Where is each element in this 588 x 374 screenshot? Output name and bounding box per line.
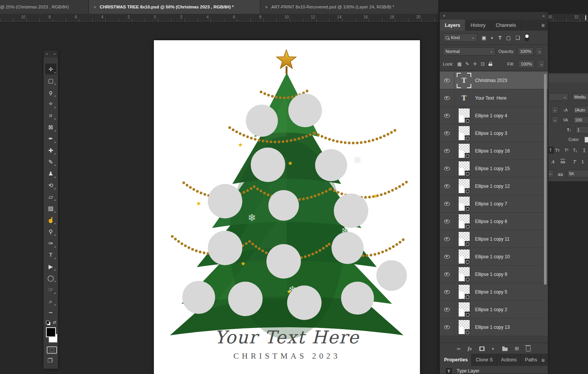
layer-thumbnail[interactable]	[457, 249, 470, 264]
edit-toolbar-button[interactable]: •••	[45, 307, 56, 318]
font-family-dropdown[interactable]: ⌄	[549, 93, 568, 101]
photo-placeholder-circle[interactable]	[208, 231, 242, 265]
layer-thumbnail[interactable]	[457, 108, 470, 123]
font-style-field[interactable]: Mediu	[572, 93, 588, 101]
photo-placeholder-circle[interactable]	[228, 282, 263, 316]
photo-placeholder-circle[interactable]	[334, 194, 368, 228]
panel-menu-icon[interactable]: ≡	[541, 20, 548, 31]
clone-stamp-tool[interactable]: ♟	[45, 168, 56, 179]
default-colors-icon[interactable]	[46, 321, 51, 325]
group-layers-button[interactable]	[502, 348, 508, 351]
type-style-button[interactable]: T̲	[581, 147, 588, 154]
layer-name[interactable]: Ellipse 1 copy 2	[475, 307, 507, 312]
opacity-chevron[interactable]: ⌄	[537, 47, 543, 56]
adjustment-layer-button[interactable]: ◐	[492, 346, 495, 351]
layer-row[interactable]: Ellipse 1 copy 5	[440, 283, 548, 301]
photo-placeholder-circle[interactable]	[315, 149, 347, 181]
photo-placeholder-circle[interactable]	[332, 232, 364, 264]
layer-thumbnail[interactable]	[457, 161, 470, 176]
panel-tab-layers[interactable]: Layers	[440, 20, 466, 31]
layer-thumbnail[interactable]	[457, 302, 470, 317]
layer-thumbnail[interactable]	[457, 231, 470, 247]
layer-visibility-toggle[interactable]	[440, 301, 454, 318]
antialias-field[interactable]: Sh	[567, 170, 588, 177]
layer-thumbnail[interactable]	[457, 143, 470, 159]
pen-tool[interactable]: ✑	[45, 238, 56, 249]
layer-thumbnail[interactable]	[457, 267, 470, 282]
lock-position-icon[interactable]: ✛	[473, 61, 477, 67]
layer-visibility-toggle[interactable]	[440, 125, 454, 142]
expand-icon[interactable]: »	[54, 52, 56, 56]
layer-thumbnail[interactable]	[457, 196, 470, 212]
layer-name[interactable]: Christmas 2023	[475, 78, 507, 83]
layer-visibility-toggle[interactable]	[440, 213, 454, 230]
frame-tool[interactable]: ⊠	[45, 122, 56, 133]
hand-tool[interactable]: ☞	[45, 284, 56, 295]
layer-visibility-toggle[interactable]	[440, 177, 454, 195]
layer-visibility-toggle[interactable]	[440, 195, 454, 212]
layer-thumbnail[interactable]: T	[457, 90, 470, 106]
delete-layer-button[interactable]	[526, 347, 531, 351]
layer-visibility-toggle[interactable]	[440, 248, 454, 265]
layer-name[interactable]: Ellipse 1 copy 7	[475, 201, 507, 207]
layer-visibility-toggle[interactable]	[440, 283, 454, 300]
dodge-tool[interactable]: ⚲	[45, 226, 56, 237]
layer-thumbnail[interactable]: T	[457, 73, 470, 88]
brush-tool[interactable]: ✎	[45, 156, 56, 167]
layer-visibility-toggle[interactable]	[440, 89, 454, 107]
panel-tab-clone-s[interactable]: Clone S	[472, 354, 497, 366]
close-tab-icon[interactable]: ×	[93, 5, 96, 10]
add-layer-mask-button[interactable]	[479, 346, 485, 351]
layer-row[interactable]: Ellipse 1 copy 10	[440, 248, 548, 266]
photo-placeholder-circle[interactable]	[376, 260, 407, 291]
lock-pixels-icon[interactable]: ✎	[466, 61, 469, 67]
panel-tab-paths[interactable]: Paths	[521, 354, 541, 366]
layer-row[interactable]: Ellipse 1 copy 13	[440, 318, 548, 336]
layer-row[interactable]: Ellipse 1 copy 15	[440, 160, 548, 177]
canvas-your-text[interactable]: Your Text Here	[154, 327, 420, 348]
screen-mode-button[interactable]: ❐	[47, 357, 52, 364]
layer-visibility-toggle[interactable]	[440, 160, 454, 177]
layer-visibility-toggle[interactable]	[440, 266, 454, 283]
filter-toggle-switch[interactable]	[525, 34, 529, 41]
document-tab[interactable]: ×ART-PRINT 8x10-Recovered.psd @ 100% (La…	[260, 0, 439, 14]
layer-visibility-toggle[interactable]	[440, 318, 454, 336]
magic-wand-tool[interactable]: ✧	[45, 98, 56, 109]
type-style-button[interactable]: T₁	[572, 147, 578, 154]
new-layer-button[interactable]: ⊞	[515, 346, 519, 351]
canvas-christmas-text[interactable]: CHRISTMAS 2023	[154, 351, 420, 361]
layer-name[interactable]: Ellipse 1 copy 3	[475, 131, 507, 136]
layer-visibility-toggle[interactable]	[440, 230, 454, 248]
fill-value[interactable]: 100%	[518, 60, 535, 68]
lock-artboard-icon[interactable]: ⊡	[481, 61, 485, 67]
panel-menu-icon[interactable]: ≡	[541, 354, 548, 366]
layer-thumbnail[interactable]	[457, 284, 470, 300]
pixel-layer-filter-icon[interactable]: ▣	[482, 35, 486, 40]
move-tool[interactable]: ✛	[45, 64, 56, 74]
layer-name[interactable]: Ellipse 1 copy 16	[475, 148, 510, 154]
layer-row[interactable]: Ellipse 1 copy 11	[440, 230, 548, 248]
layer-row[interactable]: Ellipse 1 copy 16	[440, 142, 548, 160]
opentype-button[interactable]: aa	[559, 158, 566, 165]
layer-name[interactable]: Ellipse 1 copy 15	[475, 166, 510, 171]
history-brush-tool[interactable]: ⟲	[45, 180, 56, 190]
adjustment-layer-filter-icon[interactable]: ◐	[491, 35, 494, 40]
panel-tab-properties[interactable]: Properties	[440, 354, 472, 366]
language-dropdown[interactable]: ⌄	[548, 170, 554, 177]
layer-row[interactable]: Ellipse 1 copy 9	[440, 266, 548, 283]
ellipse-shape-tool[interactable]: ◯	[45, 272, 56, 283]
photo-placeholder-circle[interactable]	[266, 244, 301, 279]
panel-tab-actions[interactable]: Actions	[497, 354, 521, 366]
photo-placeholder-circle[interactable]	[251, 148, 285, 182]
layer-thumbnail[interactable]	[457, 214, 470, 229]
link-layers-button[interactable]: ∞	[457, 346, 461, 351]
vertical-scale-field[interactable]: 1	[575, 126, 588, 134]
layer-row[interactable]: Ellipse 1 copy 4	[440, 107, 548, 125]
kerning-chevron[interactable]: ⌄	[552, 116, 559, 124]
opacity-value[interactable]: 100%	[517, 47, 534, 56]
layer-row[interactable]: Ellipse 1 copy 6	[440, 213, 548, 230]
layer-name[interactable]: Ellipse 1 copy 11	[475, 236, 510, 242]
panel-tab-channels[interactable]: Channels	[491, 20, 521, 31]
marquee-tool[interactable]: ▢	[45, 75, 56, 86]
quick-mask-mode-button[interactable]	[47, 346, 57, 354]
